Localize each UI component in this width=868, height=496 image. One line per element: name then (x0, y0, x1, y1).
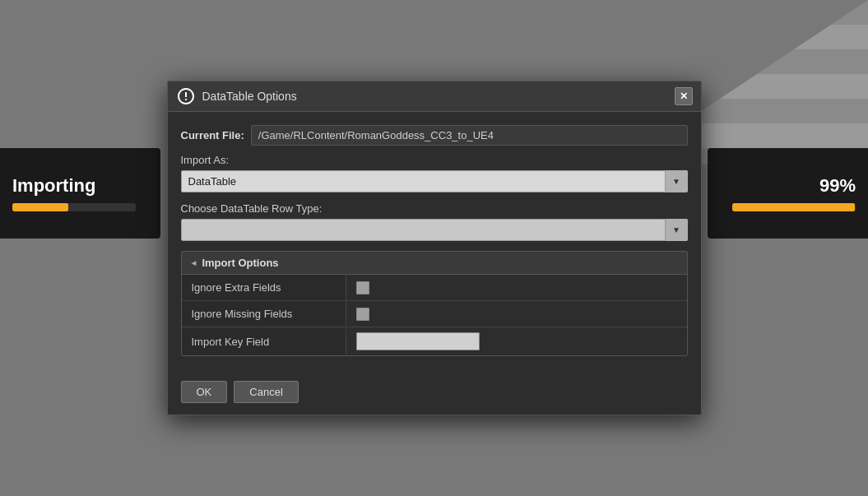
import-options-title: Import Options (202, 257, 278, 269)
import-key-value-cell (346, 327, 687, 355)
ok-button[interactable]: OK (181, 381, 228, 403)
row-type-select[interactable] (181, 219, 688, 241)
import-as-wrapper: DataTable ▼ (181, 170, 688, 192)
row-type-label: Choose DataTable Row Type: (181, 202, 688, 215)
import-as-select[interactable]: DataTable (181, 170, 688, 192)
ue-logo-icon (176, 86, 196, 106)
dialog-body: Current File: /Game/RLContent/RomanGodde… (168, 112, 701, 369)
ignore-missing-label: Ignore Missing Fields (182, 301, 346, 327)
ignore-extra-value-cell (346, 276, 687, 299)
collapse-arrow-icon: ◄ (190, 258, 198, 267)
option-row-ignore-missing: Ignore Missing Fields (182, 301, 687, 327)
import-options-header: ◄ Import Options (182, 252, 687, 275)
ignore-missing-checkbox[interactable] (356, 308, 369, 321)
current-file-path: /Game/RLContent/RomanGoddess_CC3_to_UE4 (251, 125, 688, 146)
ignore-missing-value-cell (346, 303, 687, 326)
ignore-extra-checkbox[interactable] (356, 281, 369, 294)
current-file-label: Current File: (181, 129, 244, 141)
option-row-import-key: Import Key Field (182, 327, 687, 355)
import-options-section: ◄ Import Options Ignore Extra Fields Ign… (181, 251, 688, 356)
import-key-label: Import Key Field (182, 329, 346, 355)
close-button[interactable]: ✕ (675, 87, 693, 105)
import-key-input[interactable] (356, 332, 480, 350)
title-bar-left: DataTable Options (176, 86, 297, 106)
import-as-label: Import As: (181, 154, 688, 166)
datatable-options-dialog: DataTable Options ✕ Current File: /Game/… (167, 81, 702, 415)
dialog-title-bar: DataTable Options ✕ (168, 81, 701, 112)
ignore-extra-label: Ignore Extra Fields (182, 275, 346, 300)
dialog-footer: OK Cancel (168, 369, 701, 415)
dialog-title: DataTable Options (202, 90, 297, 103)
cancel-button[interactable]: Cancel (234, 381, 298, 403)
current-file-row: Current File: /Game/RLContent/RomanGodde… (181, 125, 688, 146)
row-type-wrapper: ▼ (181, 219, 688, 241)
modal-overlay: DataTable Options ✕ Current File: /Game/… (0, 0, 868, 496)
option-row-ignore-extra: Ignore Extra Fields (182, 275, 687, 301)
